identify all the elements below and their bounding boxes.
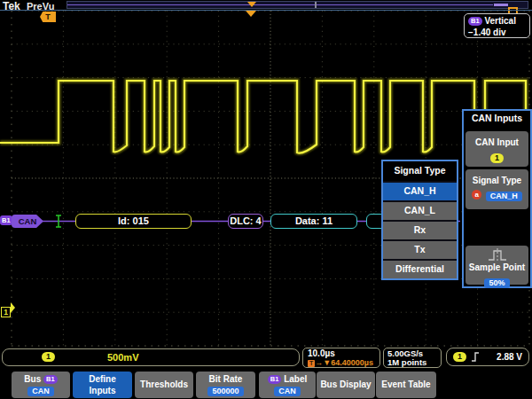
- can-h-waveform: [0, 81, 532, 153]
- channel1-scale-readout: 1 500mV: [2, 348, 300, 366]
- trigger-point-marker-icon: [246, 11, 256, 17]
- trigger-position-flag: T: [40, 12, 56, 22]
- bus-b1-badge: B1: [0, 215, 12, 225]
- b1-badge: B1: [43, 375, 58, 384]
- signal-type-value-badge: CAN_H: [486, 192, 522, 201]
- vertical-position-badge: B1 Vertical −1.40 div: [464, 13, 530, 38]
- popup-option-rx[interactable]: Rx: [383, 220, 457, 239]
- popup-option-can-l[interactable]: CAN_L: [383, 200, 457, 220]
- popup-option-can-h[interactable]: CAN_H: [383, 181, 457, 200]
- trigger-source-badge: 1: [453, 352, 466, 362]
- can-inputs-panel: CAN Inputs CAN Input 1 Signal Type a CAN…: [462, 109, 532, 288]
- timebase-value: 10.0µs: [308, 349, 379, 358]
- vertical-badge-label: Vertical: [484, 16, 516, 26]
- popup-title: Signal Type: [383, 161, 457, 181]
- trigger-level-value: 2.88 V: [497, 352, 522, 362]
- decode-id-field: Id: 015: [75, 214, 192, 229]
- can-input-button[interactable]: CAN Input 1: [466, 131, 528, 167]
- decode-data-field: Data: 11: [270, 214, 357, 229]
- menu-bus-button[interactable]: Bus B1 CAN: [12, 372, 70, 398]
- trigger-readout: 1 2.88 V: [446, 348, 529, 366]
- menu-label-button[interactable]: B1 Label CAN: [259, 372, 316, 398]
- signal-type-popup: Signal Type CAN_H CAN_L Rx Tx Differenti…: [381, 160, 458, 280]
- timebase-readout: 10.0µs T→▼64.40000µs: [302, 348, 380, 368]
- channel1-position-marker: 1: [1, 302, 15, 318]
- can-h-waveform-halo: [0, 81, 532, 153]
- can-input-value-badge: 1: [490, 153, 504, 163]
- channel1-badge: 1: [42, 352, 55, 362]
- sample-point-value-badge: 50%: [484, 278, 509, 288]
- b1-badge: B1: [468, 17, 482, 26]
- delay-value: 64.40000µs: [331, 358, 373, 367]
- menu-bus-display-button[interactable]: Bus Display: [317, 372, 375, 398]
- panel-title: CAN Inputs: [464, 113, 530, 123]
- multipurpose-knob-a-icon: a: [472, 190, 481, 200]
- menu-thresholds-button[interactable]: Thresholds: [135, 372, 193, 398]
- vertical-badge-value: −1.40 div: [468, 27, 526, 38]
- oscilloscope-screen: Tek PreVu T B1 Vertical −1.40 div 1: [0, 0, 532, 399]
- channel1-scale-value: 500mV: [107, 352, 138, 363]
- b1-badge: B1: [268, 375, 282, 384]
- menu-bit-rate-button[interactable]: Bit Rate 500000: [196, 372, 255, 398]
- delay-readout: T→▼64.40000µs: [308, 358, 379, 367]
- record-length-value: 1M points: [387, 358, 441, 367]
- decode-dlc-field: DLC: 4: [228, 214, 263, 229]
- sample-point-pulse-icon: [487, 247, 508, 262]
- menu-define-inputs-button[interactable]: Define Inputs: [73, 372, 132, 398]
- rising-edge-icon: [471, 351, 480, 363]
- popup-option-differential[interactable]: Differential: [383, 259, 457, 278]
- menu-event-table-button[interactable]: Event Table: [376, 372, 436, 398]
- acquisition-readout: 5.00GS/s 1M points: [383, 348, 442, 368]
- marker-arrow-icon: [11, 302, 15, 313]
- signal-type-button[interactable]: Signal Type a CAN_H: [466, 169, 528, 209]
- sample-point-button[interactable]: Sample Point 50%: [466, 246, 528, 285]
- delay-arrows-icon: →▼: [315, 358, 331, 367]
- popup-option-tx[interactable]: Tx: [383, 239, 457, 259]
